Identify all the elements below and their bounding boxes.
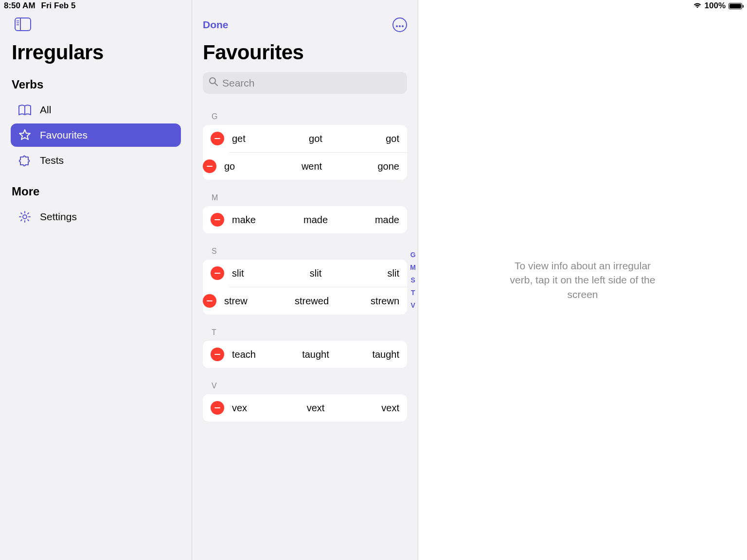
- verb-past: slit: [288, 268, 344, 279]
- index-letter[interactable]: V: [410, 301, 415, 309]
- favourites-pane: Done Favourites GgetgotgotgowentgoneMmak…: [192, 0, 418, 560]
- ellipsis-icon: [396, 20, 404, 29]
- verb-participle: strewn: [341, 296, 399, 307]
- verb-row[interactable]: gowentgone: [229, 152, 407, 180]
- sidebar-item-settings[interactable]: Settings: [11, 205, 181, 228]
- more-button[interactable]: [392, 18, 407, 32]
- sidebar-item-label: Favourites: [40, 129, 88, 141]
- svg-line-10: [215, 83, 217, 86]
- section-label: More: [12, 185, 181, 198]
- group-card: teachtaughttaught: [203, 341, 407, 368]
- verb-participle: vext: [343, 402, 399, 414]
- verb-past: taught: [288, 349, 344, 360]
- page-title: Favourites: [203, 41, 407, 64]
- delete-button[interactable]: [211, 266, 224, 280]
- index-letter[interactable]: G: [410, 251, 416, 259]
- verb-row[interactable]: strewstrewedstrewn: [229, 287, 407, 315]
- group-header: S: [212, 247, 407, 256]
- detail-placeholder: To view info about an irregular verb, ta…: [510, 259, 656, 301]
- verb-participle: made: [343, 214, 399, 226]
- group-card: slitslitslitstrewstrewedstrewn: [203, 260, 407, 315]
- sidebar-toggle-icon[interactable]: [15, 18, 31, 31]
- verb-base: vex: [232, 402, 288, 414]
- sidebar-item-label: All: [40, 104, 51, 116]
- svg-point-6: [396, 25, 398, 27]
- search-input[interactable]: [222, 77, 401, 89]
- done-button[interactable]: Done: [203, 19, 229, 31]
- verb-past: went: [283, 161, 341, 172]
- svg-point-7: [399, 25, 401, 27]
- verb-past: made: [288, 214, 344, 226]
- group-header: G: [212, 112, 407, 121]
- verb-base: strew: [224, 296, 283, 307]
- verb-past: got: [288, 133, 344, 144]
- verb-row[interactable]: slitslitslit: [203, 260, 407, 287]
- verb-row[interactable]: getgotgot: [203, 125, 407, 152]
- delete-button[interactable]: [203, 294, 216, 308]
- verb-row[interactable]: makemademade: [203, 206, 407, 233]
- sidebar-item-label: Settings: [40, 211, 77, 223]
- svg-point-8: [402, 25, 404, 27]
- delete-button[interactable]: [211, 401, 224, 415]
- section-index[interactable]: GMSTV: [410, 251, 416, 309]
- search-icon: [209, 77, 218, 89]
- group-header: T: [212, 328, 407, 337]
- gear-icon: [18, 211, 32, 223]
- verb-participle: taught: [343, 349, 399, 360]
- verb-row[interactable]: teachtaughttaught: [203, 341, 407, 368]
- group-header: M: [212, 193, 407, 202]
- group-card: makemademade: [203, 206, 407, 233]
- svg-point-9: [210, 78, 215, 84]
- book-open-icon: [18, 104, 32, 116]
- verb-participle: gone: [341, 161, 399, 172]
- app-title: Irregulars: [12, 41, 181, 64]
- verb-row[interactable]: vexvextvext: [203, 394, 407, 421]
- svg-rect-0: [15, 18, 31, 31]
- verb-participle: slit: [343, 268, 399, 279]
- sidebar-item-favourites[interactable]: Favourites: [11, 123, 181, 147]
- verb-past: strewed: [283, 296, 341, 307]
- puzzle-icon: [18, 155, 32, 166]
- group-header: V: [212, 382, 407, 390]
- verb-past: vext: [288, 402, 344, 414]
- sidebar-item-all[interactable]: All: [11, 98, 181, 122]
- index-letter[interactable]: S: [410, 276, 415, 284]
- star-icon: [18, 129, 32, 141]
- index-letter[interactable]: T: [411, 289, 415, 297]
- search-bar[interactable]: [203, 72, 407, 94]
- delete-button[interactable]: [211, 348, 224, 361]
- svg-point-5: [23, 215, 27, 219]
- section-label: Verbs: [12, 78, 181, 91]
- index-letter[interactable]: M: [410, 263, 416, 271]
- verb-base: get: [232, 133, 288, 144]
- verb-base: teach: [232, 349, 288, 360]
- sidebar: Irregulars VerbsAllFavouritesTestsMoreSe…: [0, 0, 192, 560]
- verb-base: go: [224, 161, 283, 172]
- delete-button[interactable]: [203, 159, 216, 173]
- verb-base: slit: [232, 268, 288, 279]
- verb-participle: got: [343, 133, 399, 144]
- group-card: vexvextvext: [203, 394, 407, 421]
- group-card: getgotgotgowentgone: [203, 125, 407, 180]
- verb-base: make: [232, 214, 288, 226]
- sidebar-item-label: Tests: [40, 155, 64, 166]
- detail-pane: To view info about an irregular verb, ta…: [418, 0, 747, 560]
- delete-button[interactable]: [211, 213, 224, 227]
- favourites-list[interactable]: GgetgotgotgowentgoneMmakemademadeSslitsl…: [192, 99, 418, 560]
- sidebar-item-tests[interactable]: Tests: [11, 149, 181, 172]
- delete-button[interactable]: [211, 132, 224, 145]
